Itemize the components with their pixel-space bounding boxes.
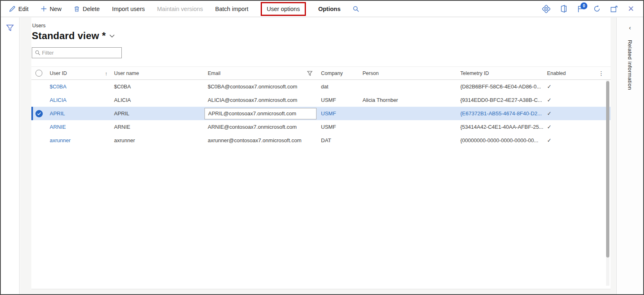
enabled-check-icon: ✓ — [547, 84, 552, 90]
dynamics-home-button[interactable] — [560, 5, 567, 13]
email-cell[interactable]: axrunner@contosoax7.onmicrosoft.com — [204, 137, 317, 143]
related-information-panel: ‹ Related information — [616, 18, 643, 294]
email-cell[interactable]: $C0BA@contosoax7.onmicrosoft.com — [204, 84, 317, 90]
page-caption: Users — [32, 23, 611, 29]
user-id-link[interactable]: axrunner — [50, 137, 70, 143]
close-button[interactable]: ✕ — [628, 5, 634, 13]
company-cell[interactable]: USMF — [317, 110, 359, 117]
funnel-icon — [6, 24, 14, 31]
sort-ascending-icon: ↑ — [105, 70, 108, 76]
table-row[interactable]: $C0BA $C0BA $C0BA@contosoax7.onmicrosoft… — [31, 80, 611, 93]
users-grid: User ID ↑ User name Email Company Person — [31, 66, 611, 289]
vertical-scrollbar[interactable] — [606, 80, 609, 286]
user-name-cell[interactable]: axrunner — [111, 137, 204, 143]
import-users-button[interactable]: Import users — [112, 1, 145, 17]
filter-rail — [1, 18, 20, 294]
column-header-user-name[interactable]: User name — [111, 70, 204, 76]
table-row[interactable]: axrunner axrunner axrunner@contosoax7.on… — [31, 134, 611, 147]
enabled-check-icon: ✓ — [547, 110, 552, 117]
user-name-cell[interactable]: $C0BA — [111, 84, 204, 90]
row-select-cell[interactable] — [31, 110, 46, 117]
column-header-person[interactable]: Person — [359, 70, 457, 76]
telemetry-id-cell[interactable]: {D82B6BFF-58C6-4E04-AD86-0... — [457, 84, 545, 90]
search-icon — [353, 6, 359, 12]
select-all-checkbox[interactable] — [35, 70, 42, 77]
enabled-check-icon: ✓ — [547, 124, 552, 130]
plus-icon — [41, 6, 47, 12]
table-row[interactable]: ARNIE ARNIE ARNIE@contosoax7.onmicrosoft… — [31, 120, 611, 134]
messages-button[interactable]: 0 — [577, 5, 583, 13]
pencil-icon — [9, 6, 15, 12]
filter-input[interactable] — [40, 48, 121, 58]
person-cell[interactable]: Alicia Thornber — [359, 97, 457, 103]
company-cell[interactable]: dat — [317, 84, 359, 90]
batch-import-label: Batch import — [215, 6, 248, 12]
delete-button[interactable]: Delete — [74, 1, 100, 17]
table-row-selected[interactable]: APRIL APRIL USMF {E67372B1-AB55-4674-8F4… — [31, 107, 611, 120]
refresh-button[interactable] — [593, 5, 601, 13]
user-name-cell[interactable]: ARNIE — [111, 124, 204, 130]
search-button[interactable] — [353, 1, 359, 17]
column-header-telemetry-id[interactable]: Telemetry ID — [457, 70, 545, 76]
select-all-cell — [31, 70, 46, 77]
column-header-user-id[interactable]: User ID ↑ — [46, 70, 111, 76]
apps-icon — [542, 5, 550, 13]
edit-label: Edit — [18, 6, 29, 12]
message-count-badge: 0 — [580, 2, 587, 9]
column-header-enabled[interactable]: Enabled — [545, 70, 600, 76]
apps-button[interactable] — [542, 5, 550, 13]
new-label: New — [50, 6, 62, 12]
chevron-down-icon — [109, 34, 115, 38]
close-icon: ✕ — [628, 5, 634, 13]
user-id-link[interactable]: $C0BA — [50, 84, 66, 90]
maintain-versions-label: Maintain versions — [157, 6, 203, 12]
scrollbar-thumb[interactable] — [606, 81, 609, 258]
popout-button[interactable] — [611, 6, 618, 12]
grid-header: User ID ↑ User name Email Company Person — [31, 66, 611, 80]
company-cell[interactable]: DAT — [317, 137, 359, 143]
user-name-cell[interactable]: APRIL — [111, 110, 204, 117]
telemetry-id-cell[interactable]: {E67372B1-AB55-4674-8F40-D2... — [457, 110, 545, 117]
batch-import-button[interactable]: Batch import — [215, 1, 248, 17]
dynamics-icon — [560, 5, 567, 13]
popout-icon — [611, 6, 618, 12]
import-users-label: Import users — [112, 6, 145, 12]
user-id-link[interactable]: ALICIA — [50, 97, 66, 103]
company-cell[interactable]: USMF — [317, 124, 359, 130]
selected-check-icon[interactable] — [35, 110, 43, 117]
grid-filter — [32, 47, 122, 58]
email-edit-cell — [204, 108, 317, 119]
column-filter-icon — [307, 71, 312, 76]
grid-more-cell: ⋮ — [600, 70, 611, 77]
filter-pane-button[interactable] — [6, 22, 14, 33]
action-pane-left: Edit New Delete Import users Maintain ve… — [1, 1, 359, 17]
view-selector[interactable]: Standard view * — [32, 30, 611, 42]
user-options-button[interactable]: User options — [261, 2, 306, 16]
table-row[interactable]: ALICIA ALICIA ALICIA@contosoax7.onmicros… — [31, 93, 611, 107]
column-header-company[interactable]: Company — [317, 70, 359, 76]
trash-icon — [74, 6, 80, 12]
email-input[interactable] — [204, 108, 317, 119]
delete-label: Delete — [83, 6, 100, 12]
email-cell[interactable]: ARNIE@contosoax7.onmicrosoft.com — [204, 124, 317, 130]
user-options-label: User options — [267, 6, 300, 12]
telemetry-id-cell[interactable]: {00000000-0000-0000-0000-00... — [457, 137, 545, 143]
options-button[interactable]: Options — [318, 1, 341, 17]
edit-button[interactable]: Edit — [9, 1, 29, 17]
telemetry-id-cell[interactable]: {53414A42-C4E1-40AA-AFBF-25... — [457, 124, 545, 130]
grid-options-icon[interactable]: ⋮ — [600, 70, 604, 77]
panel-expand-button[interactable]: ‹ — [629, 24, 631, 31]
new-button[interactable]: New — [41, 1, 62, 17]
user-name-cell[interactable]: ALICIA — [111, 97, 204, 103]
user-id-link[interactable]: ARNIE — [50, 124, 66, 130]
action-pane-right: 0 ✕ — [542, 1, 643, 17]
email-cell[interactable]: ALICIA@contosoax7.onmicrosoft.com — [204, 97, 317, 103]
column-header-email[interactable]: Email — [204, 70, 317, 76]
enabled-check-icon: ✓ — [547, 137, 552, 143]
chevron-left-icon: ‹ — [629, 24, 631, 31]
maintain-versions-button: Maintain versions — [157, 1, 203, 17]
telemetry-id-cell[interactable]: {9314EDD0-BFC2-4E27-A38B-C... — [457, 97, 545, 103]
action-pane: Edit New Delete Import users Maintain ve… — [1, 1, 643, 17]
user-id-link[interactable]: APRIL — [50, 110, 65, 117]
company-cell[interactable]: USMF — [317, 97, 359, 103]
